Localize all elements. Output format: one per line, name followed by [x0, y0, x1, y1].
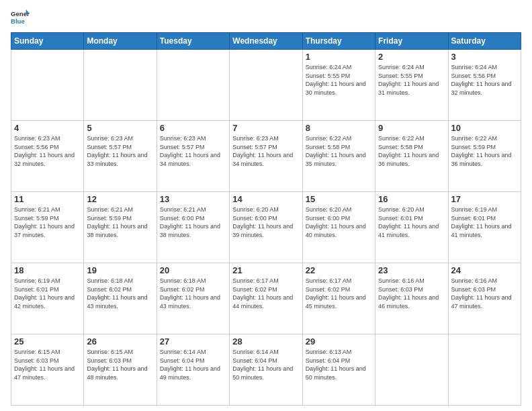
day-cell: 26Sunrise: 6:15 AM Sunset: 6:03 PM Dayli… [84, 334, 157, 406]
weekday-header-row: SundayMondayTuesdayWednesdayThursdayFrid… [11, 33, 521, 50]
week-row-5: 25Sunrise: 6:15 AM Sunset: 6:03 PM Dayli… [11, 334, 521, 406]
weekday-thursday: Thursday [302, 33, 375, 50]
day-cell [375, 334, 448, 406]
day-info: Sunrise: 6:17 AM Sunset: 6:02 PM Dayligh… [232, 277, 299, 310]
day-info: Sunrise: 6:21 AM Sunset: 5:59 PM Dayligh… [14, 205, 81, 239]
weekday-saturday: Saturday [448, 33, 521, 50]
day-number: 20 [160, 265, 226, 275]
day-cell: 19Sunrise: 6:18 AM Sunset: 6:02 PM Dayli… [84, 263, 157, 334]
day-cell [230, 50, 302, 121]
day-info: Sunrise: 6:15 AM Sunset: 6:03 PM Dayligh… [14, 348, 81, 381]
day-number: 8 [306, 123, 372, 133]
day-info: Sunrise: 6:14 AM Sunset: 6:04 PM Dayligh… [160, 348, 226, 381]
day-cell: 6Sunrise: 6:23 AM Sunset: 5:57 PM Daylig… [157, 121, 229, 192]
day-cell: 27Sunrise: 6:14 AM Sunset: 6:04 PM Dayli… [157, 334, 229, 406]
day-info: Sunrise: 6:18 AM Sunset: 6:02 PM Dayligh… [160, 277, 226, 310]
day-cell: 15Sunrise: 6:20 AM Sunset: 6:00 PM Dayli… [302, 192, 375, 263]
day-info: Sunrise: 6:22 AM Sunset: 5:58 PM Dayligh… [306, 134, 372, 168]
day-cell: 29Sunrise: 6:13 AM Sunset: 6:04 PM Dayli… [302, 334, 375, 406]
day-number: 6 [160, 123, 226, 133]
day-cell: 24Sunrise: 6:16 AM Sunset: 6:03 PM Dayli… [448, 263, 521, 334]
day-cell: 1Sunrise: 6:24 AM Sunset: 5:55 PM Daylig… [302, 50, 375, 121]
day-number: 4 [14, 123, 81, 133]
week-row-3: 11Sunrise: 6:21 AM Sunset: 5:59 PM Dayli… [11, 192, 521, 263]
day-number: 24 [451, 265, 518, 275]
day-cell: 17Sunrise: 6:19 AM Sunset: 6:01 PM Dayli… [448, 192, 521, 263]
day-info: Sunrise: 6:21 AM Sunset: 6:00 PM Dayligh… [160, 205, 226, 239]
day-cell [157, 50, 229, 121]
day-cell [448, 334, 521, 406]
header: General Blue [11, 8, 521, 27]
day-cell: 28Sunrise: 6:14 AM Sunset: 6:04 PM Dayli… [230, 334, 302, 406]
day-cell: 20Sunrise: 6:18 AM Sunset: 6:02 PM Dayli… [157, 263, 229, 334]
weekday-friday: Friday [375, 33, 448, 50]
day-info: Sunrise: 6:19 AM Sunset: 6:01 PM Dayligh… [451, 205, 518, 239]
day-info: Sunrise: 6:19 AM Sunset: 6:01 PM Dayligh… [14, 277, 81, 310]
day-number: 25 [14, 336, 81, 347]
day-cell: 22Sunrise: 6:17 AM Sunset: 6:02 PM Dayli… [302, 263, 375, 334]
day-info: Sunrise: 6:23 AM Sunset: 5:56 PM Dayligh… [14, 134, 81, 168]
day-number: 22 [306, 265, 372, 275]
day-cell [11, 50, 84, 121]
day-number: 1 [306, 52, 372, 62]
week-row-4: 18Sunrise: 6:19 AM Sunset: 6:01 PM Dayli… [11, 263, 521, 334]
page: General Blue SundayMondayTuesdayWednesda… [0, 0, 532, 411]
day-info: Sunrise: 6:17 AM Sunset: 6:02 PM Dayligh… [306, 277, 372, 310]
day-info: Sunrise: 6:22 AM Sunset: 5:58 PM Dayligh… [378, 134, 445, 168]
day-number: 26 [87, 336, 153, 347]
day-cell: 14Sunrise: 6:20 AM Sunset: 6:00 PM Dayli… [230, 192, 302, 263]
day-info: Sunrise: 6:23 AM Sunset: 5:57 PM Dayligh… [232, 134, 299, 168]
day-cell: 10Sunrise: 6:22 AM Sunset: 5:59 PM Dayli… [448, 121, 521, 192]
day-number: 23 [378, 265, 445, 275]
day-number: 7 [232, 123, 299, 133]
day-number: 21 [232, 265, 299, 275]
day-cell: 18Sunrise: 6:19 AM Sunset: 6:01 PM Dayli… [11, 263, 84, 334]
day-info: Sunrise: 6:20 AM Sunset: 6:01 PM Dayligh… [378, 205, 445, 239]
day-number: 13 [160, 194, 226, 204]
day-info: Sunrise: 6:14 AM Sunset: 6:04 PM Dayligh… [232, 348, 299, 381]
day-info: Sunrise: 6:18 AM Sunset: 6:02 PM Dayligh… [87, 277, 153, 310]
day-cell [84, 50, 157, 121]
day-number: 14 [232, 194, 299, 204]
weekday-monday: Monday [84, 33, 157, 50]
day-cell: 11Sunrise: 6:21 AM Sunset: 5:59 PM Dayli… [11, 192, 84, 263]
day-number: 27 [160, 336, 226, 347]
day-number: 9 [378, 123, 445, 133]
day-number: 16 [378, 194, 445, 204]
day-number: 5 [87, 123, 153, 133]
day-number: 29 [306, 336, 372, 347]
day-cell: 13Sunrise: 6:21 AM Sunset: 6:00 PM Dayli… [157, 192, 229, 263]
day-cell: 7Sunrise: 6:23 AM Sunset: 5:57 PM Daylig… [230, 121, 302, 192]
day-cell: 23Sunrise: 6:16 AM Sunset: 6:03 PM Dayli… [375, 263, 448, 334]
day-cell: 2Sunrise: 6:24 AM Sunset: 5:55 PM Daylig… [375, 50, 448, 121]
day-number: 19 [87, 265, 153, 275]
day-cell: 9Sunrise: 6:22 AM Sunset: 5:58 PM Daylig… [375, 121, 448, 192]
day-number: 10 [451, 123, 518, 133]
day-info: Sunrise: 6:16 AM Sunset: 6:03 PM Dayligh… [378, 277, 445, 310]
day-number: 28 [232, 336, 299, 347]
day-info: Sunrise: 6:23 AM Sunset: 5:57 PM Dayligh… [87, 134, 153, 168]
day-number: 2 [378, 52, 445, 62]
weekday-tuesday: Tuesday [157, 33, 229, 50]
day-cell: 3Sunrise: 6:24 AM Sunset: 5:56 PM Daylig… [448, 50, 521, 121]
day-number: 15 [306, 194, 372, 204]
day-info: Sunrise: 6:16 AM Sunset: 6:03 PM Dayligh… [451, 277, 518, 310]
day-number: 17 [451, 194, 518, 204]
day-cell: 16Sunrise: 6:20 AM Sunset: 6:01 PM Dayli… [375, 192, 448, 263]
svg-text:Blue: Blue [11, 17, 25, 25]
day-info: Sunrise: 6:24 AM Sunset: 5:55 PM Dayligh… [378, 63, 445, 97]
logo-icon: General Blue [11, 8, 30, 27]
day-info: Sunrise: 6:24 AM Sunset: 5:55 PM Dayligh… [306, 63, 372, 97]
weekday-sunday: Sunday [11, 33, 84, 50]
day-info: Sunrise: 6:22 AM Sunset: 5:59 PM Dayligh… [451, 134, 518, 168]
week-row-2: 4Sunrise: 6:23 AM Sunset: 5:56 PM Daylig… [11, 121, 521, 192]
day-number: 18 [14, 265, 81, 275]
day-number: 11 [14, 194, 81, 204]
calendar-table: SundayMondayTuesdayWednesdayThursdayFrid… [11, 32, 521, 406]
day-cell: 5Sunrise: 6:23 AM Sunset: 5:57 PM Daylig… [84, 121, 157, 192]
day-cell: 8Sunrise: 6:22 AM Sunset: 5:58 PM Daylig… [302, 121, 375, 192]
day-info: Sunrise: 6:24 AM Sunset: 5:56 PM Dayligh… [451, 63, 518, 97]
day-info: Sunrise: 6:20 AM Sunset: 6:00 PM Dayligh… [306, 205, 372, 239]
day-cell: 12Sunrise: 6:21 AM Sunset: 5:59 PM Dayli… [84, 192, 157, 263]
day-cell: 4Sunrise: 6:23 AM Sunset: 5:56 PM Daylig… [11, 121, 84, 192]
